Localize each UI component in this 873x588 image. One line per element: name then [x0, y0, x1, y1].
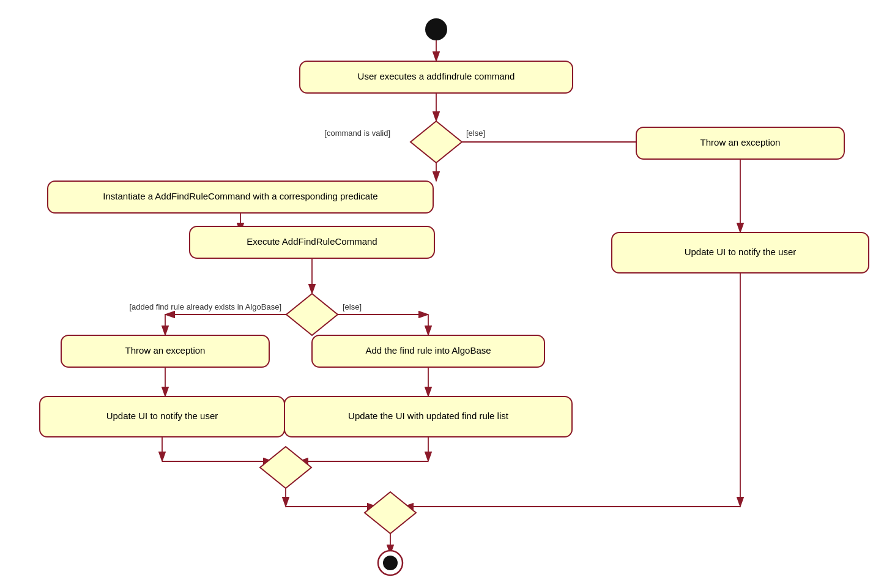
- label-else1: [else]: [466, 128, 485, 138]
- label-instantiate: Instantiate a AddFindRuleCommand with a …: [103, 191, 377, 201]
- label-update-ui-left: Update UI to notify the user: [106, 411, 218, 421]
- label-update-ui-list: Update the UI with updated find rule lis…: [348, 411, 509, 421]
- label-update-ui-right: Update UI to notify the user: [685, 247, 797, 257]
- label-command-valid: [command is valid]: [324, 128, 390, 138]
- merge1-diamond: [260, 447, 311, 488]
- label-throw-right: Throw an exception: [700, 137, 781, 147]
- label-add-find-rule: Add the find rule into AlgoBase: [365, 345, 491, 355]
- label-user-executes: User executes a addfindrule command: [358, 71, 515, 81]
- label-else2: [else]: [343, 302, 362, 311]
- end-inner-circle: [383, 556, 398, 570]
- start-node: [425, 18, 447, 40]
- decision1-diamond: [410, 121, 462, 163]
- label-execute: Execute AddFindRuleCommand: [247, 236, 377, 247]
- merge2-diamond: [365, 492, 416, 534]
- decision2-diamond: [286, 294, 338, 335]
- label-throw-left: Throw an exception: [125, 345, 206, 355]
- label-added-exists: [added find rule already exists in AlgoB…: [129, 302, 281, 311]
